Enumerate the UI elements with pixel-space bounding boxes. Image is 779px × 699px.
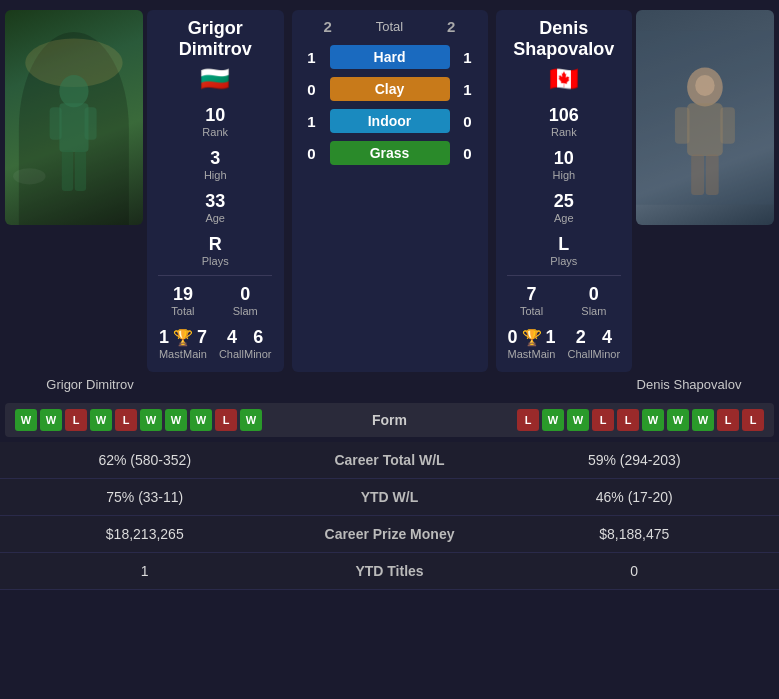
ytd-titles-right: 0 <box>490 553 780 589</box>
left-player-name: Grigor Dimitrov <box>179 18 252 60</box>
left-mast: 1 🏆 7 Mast Main <box>157 323 209 364</box>
right-player-card: Denis Shapovalov 🇨🇦 106 Rank 10 High 25 … <box>496 10 633 372</box>
form-badge-left: W <box>240 409 262 431</box>
clay-badge: Clay <box>330 77 450 101</box>
right-age: 25 Age <box>506 187 623 228</box>
right-photo-label: Denis Shapovalov <box>604 375 774 393</box>
prize-money-row: $18,213,265 Career Prize Money $8,188,47… <box>0 516 779 553</box>
spacer-right <box>462 375 600 393</box>
photo-labels-row: Grigor Dimitrov Denis Shapovalov <box>0 372 779 398</box>
right-form-badges: LWWLLWWWLL <box>430 409 765 431</box>
right-player-photo <box>636 10 774 225</box>
left-player-photo <box>5 10 143 225</box>
right-mast: 0 🏆 1 Mast Main <box>506 323 558 364</box>
form-badge-left: L <box>65 409 87 431</box>
ytd-titles-label: YTD Titles <box>290 553 490 589</box>
ytd-wl-label: YTD W/L <box>290 479 490 515</box>
svg-rect-13 <box>691 154 704 195</box>
form-badge-right: L <box>617 409 639 431</box>
left-player-flag: 🇧🇬 <box>200 65 230 93</box>
career-total-label: Career Total W/L <box>290 442 490 478</box>
form-badge-left: W <box>90 409 112 431</box>
right-player-name: Denis Shapovalov <box>513 18 614 60</box>
form-badge-left: W <box>40 409 62 431</box>
surface-row-indoor: 1 Indoor 0 <box>302 109 478 133</box>
ytd-wl-right: 46% (17-20) <box>490 479 780 515</box>
form-badge-left: L <box>115 409 137 431</box>
form-badge-left: W <box>15 409 37 431</box>
main-container: Grigor Dimitrov 🇧🇬 10 Rank 3 High 33 Age <box>0 0 779 590</box>
svg-rect-3 <box>59 103 88 152</box>
left-rank: 10 Rank <box>157 101 274 142</box>
left-trophy-icon: 🏆 <box>173 328 193 347</box>
right-slam: 0 Slam <box>566 280 623 321</box>
right-plays: L Plays <box>506 230 623 271</box>
form-badge-right: W <box>667 409 689 431</box>
svg-rect-11 <box>675 107 690 143</box>
right-trophy-icon: 🏆 <box>522 328 542 347</box>
left-player-card: Grigor Dimitrov 🇧🇬 10 Rank 3 High 33 Age <box>147 10 284 372</box>
svg-rect-4 <box>50 107 62 139</box>
form-badge-right: L <box>717 409 739 431</box>
form-badge-left: W <box>140 409 162 431</box>
form-badge-left: W <box>190 409 212 431</box>
form-badge-right: L <box>517 409 539 431</box>
indoor-badge: Indoor <box>330 109 450 133</box>
svg-rect-7 <box>75 150 86 191</box>
left-total: 19 Total <box>157 280 209 321</box>
form-section: WWLWLWWWLW Form LWWLLWWWLL <box>5 403 774 437</box>
svg-rect-5 <box>84 107 96 139</box>
form-badge-left: L <box>215 409 237 431</box>
prize-money-left: $18,213,265 <box>0 516 290 552</box>
form-badge-right: L <box>592 409 614 431</box>
svg-rect-6 <box>62 150 73 191</box>
right-high: 10 High <box>506 144 623 185</box>
grass-badge: Grass <box>330 141 450 165</box>
form-badge-right: L <box>742 409 764 431</box>
right-chall-minor: 2 4 Chall Minor <box>566 323 623 364</box>
ytd-titles-left: 1 <box>0 553 290 589</box>
left-photo-label: Grigor Dimitrov <box>5 375 175 393</box>
svg-rect-10 <box>687 103 723 156</box>
svg-point-15 <box>695 75 714 96</box>
right-total: 7 Total <box>506 280 558 321</box>
hard-badge: Hard <box>330 45 450 69</box>
bottom-stats-area: 62% (580-352) Career Total W/L 59% (294-… <box>0 442 779 590</box>
svg-point-2 <box>59 75 88 107</box>
svg-point-1 <box>13 168 45 184</box>
svg-rect-12 <box>720 107 735 143</box>
surface-row-clay: 0 Clay 1 <box>302 77 478 101</box>
career-total-row: 62% (580-352) Career Total W/L 59% (294-… <box>0 442 779 479</box>
left-age: 33 Age <box>157 187 274 228</box>
career-total-right: 59% (294-203) <box>490 442 780 478</box>
ytd-wl-row: 75% (33-11) YTD W/L 46% (17-20) <box>0 479 779 516</box>
form-badge-right: W <box>692 409 714 431</box>
career-total-left: 62% (580-352) <box>0 442 290 478</box>
prize-money-label: Career Prize Money <box>290 516 490 552</box>
prize-money-right: $8,188,475 <box>490 516 780 552</box>
left-chall-minor: 4 6 Chall Minor <box>217 323 274 364</box>
left-high: 3 High <box>157 144 274 185</box>
form-badge-right: W <box>542 409 564 431</box>
right-player-flag: 🇨🇦 <box>549 65 579 93</box>
right-rank: 106 Rank <box>506 101 623 142</box>
center-spacer <box>321 375 459 393</box>
total-row: 2 Total 2 <box>318 18 461 35</box>
surface-row-hard: 1 Hard 1 <box>302 45 478 69</box>
form-badge-left: W <box>165 409 187 431</box>
form-label: Form <box>350 412 430 428</box>
form-badge-right: W <box>642 409 664 431</box>
svg-rect-14 <box>706 154 719 195</box>
spacer-left <box>179 375 317 393</box>
center-surface-stats: 2 Total 2 1 Hard 1 0 Clay 1 1 Indoor 0 <box>292 10 488 372</box>
ytd-wl-left: 75% (33-11) <box>0 479 290 515</box>
top-player-section: Grigor Dimitrov 🇧🇬 10 Rank 3 High 33 Age <box>0 0 779 372</box>
surface-row-grass: 0 Grass 0 <box>302 141 478 165</box>
left-slam: 0 Slam <box>217 280 274 321</box>
left-plays: R Plays <box>157 230 274 271</box>
ytd-titles-row: 1 YTD Titles 0 <box>0 553 779 590</box>
form-badge-right: W <box>567 409 589 431</box>
left-form-badges: WWLWLWWWLW <box>15 409 350 431</box>
